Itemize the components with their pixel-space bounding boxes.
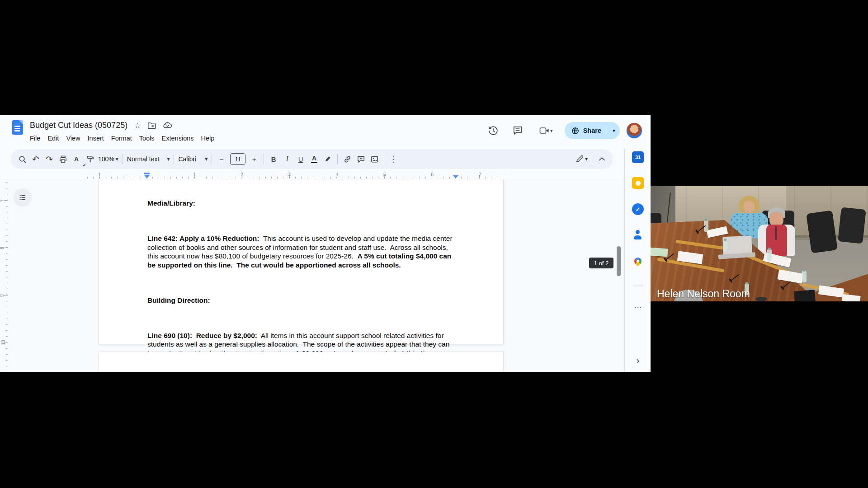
menu-view[interactable]: View (62, 133, 84, 143)
version-history-icon[interactable] (484, 122, 502, 140)
search-menus-icon[interactable] (15, 152, 29, 166)
document-text[interactable]: Media/Library: Line 642: Apply a 10% Red… (147, 181, 456, 372)
docs-header: Budget Cut Ideas (050725) ☆ File Edit Vi… (0, 115, 651, 149)
google-docs-logo[interactable] (12, 120, 23, 135)
office-chair (806, 210, 838, 253)
redo-icon[interactable]: ↷ (42, 152, 56, 166)
menu-edit[interactable]: Edit (44, 133, 62, 143)
menu-file[interactable]: File (26, 133, 44, 143)
water-bottle (767, 249, 772, 261)
room-name-label: Helen Nelson Room (657, 288, 750, 300)
meeting-video-tile: Helen Nelson Room (651, 183, 868, 304)
document-outline-icon[interactable] (14, 188, 32, 206)
water-bottle (723, 240, 727, 252)
tasks-icon[interactable]: ✓ (632, 203, 644, 215)
water-bottle (802, 271, 807, 282)
side-panel-rail: 31 ✓ ⋯ › (624, 149, 651, 372)
caret-down-icon: ▾ (550, 127, 553, 134)
cloud-saved-icon[interactable] (163, 122, 173, 129)
page-2[interactable] (99, 352, 504, 372)
insert-image-icon[interactable] (368, 152, 381, 166)
document-canvas: 7 8 9 10 Media/Library: Line 642: Apply … (0, 180, 651, 372)
collapse-toolbar-icon[interactable] (595, 152, 609, 166)
document-title[interactable]: Budget Cut Ideas (050725) (30, 121, 127, 130)
star-icon[interactable]: ☆ (134, 122, 141, 130)
italic-icon[interactable]: I (280, 152, 294, 166)
share-caret-icon[interactable]: ▾ (611, 127, 617, 134)
paragraph-line-642[interactable]: Line 642: Apply a 10% Reduction: This ac… (147, 234, 456, 269)
contacts-icon[interactable] (632, 229, 644, 241)
add-comment-icon[interactable] (354, 152, 368, 166)
rail-divider (632, 285, 643, 286)
calendar-icon[interactable]: 31 (632, 151, 644, 163)
menu-bar: File Edit View Insert Format Tools Exten… (26, 133, 218, 143)
monitor (794, 290, 816, 301)
spellcheck-icon[interactable]: A✓ (70, 152, 83, 166)
text-color-icon[interactable]: A (307, 152, 321, 166)
font-size-decrease-icon[interactable]: − (215, 152, 228, 166)
print-icon[interactable] (56, 152, 70, 166)
paper (651, 248, 668, 257)
page-count-badge: 1 of 2 (589, 258, 613, 268)
insert-link-icon[interactable] (340, 152, 354, 166)
office-chair (838, 207, 866, 244)
maps-icon[interactable] (632, 255, 644, 267)
menu-help[interactable]: Help (198, 133, 218, 143)
move-folder-icon[interactable] (147, 122, 156, 129)
meet-camera-icon[interactable]: ▾ (533, 122, 558, 140)
google-docs-window: Budget Cut Ideas (050725) ☆ File Edit Vi… (0, 115, 651, 372)
paragraph-style-select[interactable]: Normal text ▾ (126, 152, 171, 166)
first-line-indent-marker[interactable] (144, 173, 150, 174)
toolbar: ↶ ↷ A✓ 100% ▾ Normal text ▾ Calibri (11, 149, 613, 169)
video-content (651, 186, 868, 301)
page-1[interactable]: Media/Library: Line 642: Apply a 10% Red… (99, 180, 504, 344)
account-avatar[interactable] (626, 122, 642, 139)
bold-icon[interactable]: B (267, 152, 280, 166)
font-size-increase-icon[interactable]: + (247, 152, 261, 166)
menu-format[interactable]: Format (108, 133, 136, 143)
menu-extensions[interactable]: Extensions (158, 133, 198, 143)
screen: Budget Cut Ideas (050725) ☆ File Edit Vi… (0, 0, 868, 488)
keep-icon[interactable] (632, 177, 644, 189)
font-size-input[interactable]: 11 (230, 153, 245, 165)
underline-icon[interactable]: U (294, 152, 307, 166)
vertical-scrollbar-thumb[interactable] (617, 246, 621, 276)
right-indent-marker[interactable] (453, 175, 458, 178)
comments-icon[interactable] (509, 122, 527, 140)
heading-building-direction[interactable]: Building Direction: (147, 296, 456, 305)
font-family-select[interactable]: Calibri ▾ (177, 152, 209, 166)
editing-mode-icon[interactable]: ▾ (574, 152, 589, 166)
left-indent-marker[interactable] (144, 175, 150, 178)
vertical-ruler: 7 8 9 10 (0, 180, 9, 372)
show-side-panel-icon[interactable]: › (632, 355, 644, 367)
zoom-select[interactable]: 100% ▾ (97, 152, 120, 166)
heading-media-library[interactable]: Media/Library: (147, 199, 456, 208)
horizontal-ruler: 1 1 2 3 4 5 6 7 (0, 172, 624, 180)
share-button[interactable]: Share ▾ (565, 122, 620, 139)
undo-icon[interactable]: ↶ (29, 152, 42, 166)
share-button-label: Share (583, 127, 601, 134)
menu-tools[interactable]: Tools (136, 133, 158, 143)
toolbar-overflow-icon[interactable]: ⋮ (387, 152, 401, 166)
visibility-globe-icon (571, 127, 580, 135)
highlight-color-icon[interactable] (321, 152, 335, 166)
get-add-ons-icon[interactable]: ⋯ (632, 301, 644, 313)
menu-insert[interactable]: Insert (84, 133, 108, 143)
speaker-puck (755, 297, 767, 301)
